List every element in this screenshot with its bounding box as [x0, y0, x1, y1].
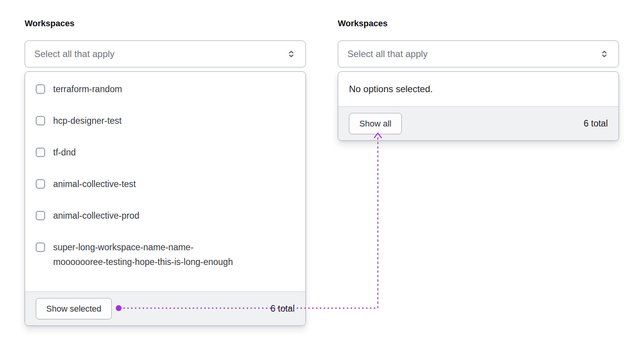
- multiselect-toggle[interactable]: Select all that apply: [338, 40, 619, 67]
- toggle-placeholder: Select all that apply: [34, 49, 114, 59]
- panel-footer: Show all 6 total: [338, 106, 619, 140]
- option-animal-collective-prod[interactable]: animal-collective-prod: [25, 200, 305, 231]
- option-label: terraform-random: [53, 82, 122, 96]
- panel-footer: Show selected 6 total: [25, 292, 305, 325]
- options-panel: No options selected. Show all 6 total: [338, 71, 619, 141]
- chevrons-up-down-icon: [599, 49, 609, 59]
- option-checkbox[interactable]: [36, 179, 45, 189]
- empty-state-message: No options selected.: [338, 72, 619, 106]
- option-checkbox[interactable]: [36, 84, 45, 94]
- option-hcp-designer-test[interactable]: hcp-designer-test: [25, 105, 305, 137]
- option-checkbox[interactable]: [36, 211, 45, 220]
- option-animal-collective-test[interactable]: animal-collective-test: [25, 168, 305, 200]
- options-panel: terraform-random hcp-designer-test tf-dn…: [25, 71, 306, 326]
- option-terraform-random[interactable]: terraform-random: [25, 73, 305, 105]
- option-super-long-workspace[interactable]: super-long-workspace-name-name- moooooor…: [25, 231, 305, 278]
- option-label: animal-collective-test: [53, 177, 136, 191]
- option-checkbox[interactable]: [36, 116, 45, 125]
- show-all-button[interactable]: Show all: [349, 113, 402, 134]
- show-selected-button[interactable]: Show selected: [36, 298, 112, 319]
- workspaces-multiselect-empty: Workspaces Select all that apply No opti…: [338, 18, 619, 141]
- field-label: Workspaces: [25, 18, 306, 29]
- total-count: 6 total: [270, 304, 295, 314]
- option-checkbox[interactable]: [36, 148, 45, 157]
- option-label: tf-dnd: [53, 145, 76, 160]
- field-label: Workspaces: [338, 18, 619, 29]
- option-tf-dnd[interactable]: tf-dnd: [25, 137, 305, 168]
- option-label: animal-collective-prod: [53, 208, 139, 223]
- option-label: hcp-designer-test: [53, 113, 122, 128]
- workspaces-multiselect-open: Workspaces Select all that apply terrafo…: [25, 18, 306, 326]
- multiselect-toggle[interactable]: Select all that apply: [25, 40, 306, 67]
- option-label: super-long-workspace-name-name- moooooor…: [53, 240, 233, 269]
- chevrons-up-down-icon: [286, 49, 296, 59]
- toggle-placeholder: Select all that apply: [347, 49, 428, 59]
- option-checkbox[interactable]: [36, 243, 45, 252]
- option-list: terraform-random hcp-designer-test tf-dn…: [25, 72, 305, 292]
- total-count: 6 total: [584, 118, 608, 129]
